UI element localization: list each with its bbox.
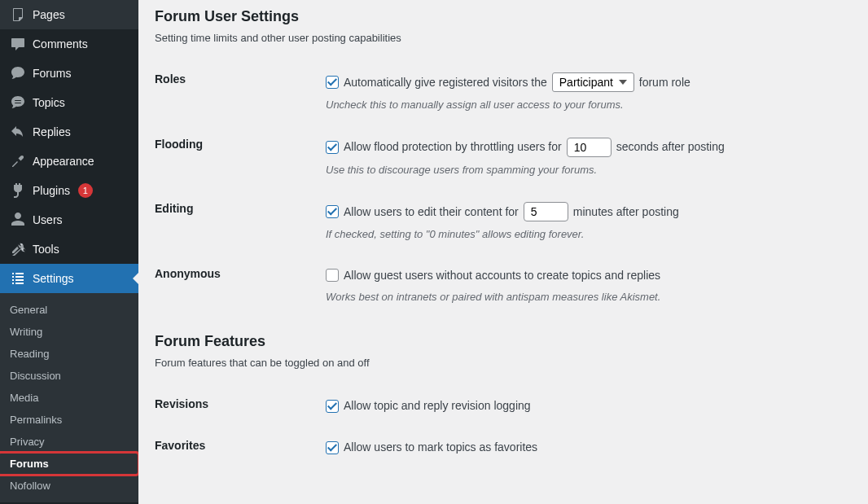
menu-label: Users <box>33 213 63 226</box>
roles-checkbox[interactable] <box>326 76 339 89</box>
settings-submenu: GeneralWritingReadingDiscussionMediaPerm… <box>0 293 138 502</box>
menu-label: Comments <box>33 37 88 50</box>
settings-icon <box>10 270 26 287</box>
editing-label: Editing <box>155 190 318 255</box>
appearance-icon <box>10 153 26 169</box>
revisions-row: Revisions Allow topic and reply revision… <box>155 385 852 427</box>
favorites-checkbox[interactable] <box>326 441 339 454</box>
flooding-row: Flooding Allow flood protection by throt… <box>155 125 852 191</box>
section-description: Setting time limits and other user posti… <box>155 32 852 44</box>
features-section: Forum Features Forum features that can b… <box>155 333 852 468</box>
menu-label: Settings <box>33 272 74 285</box>
replies-icon <box>10 124 26 140</box>
editing-input[interactable] <box>524 202 568 221</box>
anonymous-row: Anonymous Allow guest users without acco… <box>155 255 852 318</box>
plugins-icon <box>10 182 26 199</box>
roles-text-post: forum role <box>639 74 690 91</box>
editing-text-post: minutes after posting <box>573 204 679 221</box>
anonymous-text: Allow guest users without accounts to cr… <box>344 267 660 284</box>
roles-description: Uncheck this to manually assign all user… <box>326 97 844 113</box>
tools-icon <box>10 241 26 257</box>
menu-item-topics[interactable]: Topics <box>0 88 138 117</box>
roles-text-pre: Automatically give registered visitors t… <box>344 74 547 91</box>
roles-row: Roles Automatically give registered visi… <box>155 60 852 125</box>
revisions-checkbox[interactable] <box>326 400 339 413</box>
submenu-item-nofollow[interactable]: Nofollow <box>0 475 138 497</box>
editing-checkbox[interactable] <box>326 205 339 218</box>
users-icon <box>10 212 26 228</box>
revisions-text: Allow topic and reply revision logging <box>344 397 531 414</box>
topics-icon <box>10 94 26 111</box>
flooding-checkbox[interactable] <box>326 141 339 154</box>
user-settings-table: Roles Automatically give registered visi… <box>155 60 852 317</box>
flooding-input[interactable] <box>567 138 612 157</box>
submenu-item-permalinks[interactable]: Permalinks <box>0 409 138 431</box>
menu-item-plugins[interactable]: Plugins1 <box>0 176 138 205</box>
menu-label: Forums <box>33 67 71 80</box>
menu-item-settings[interactable]: Settings <box>0 264 138 293</box>
roles-select[interactable]: Participant <box>552 72 634 92</box>
favorites-row: Favorites Allow users to mark topics as … <box>155 427 852 468</box>
submenu-item-forums[interactable]: Forums <box>0 453 138 475</box>
favorites-label: Favorites <box>155 427 318 468</box>
menu-label: Tools <box>33 243 59 256</box>
editing-row: Editing Allow users to edit their conten… <box>155 190 852 255</box>
submenu-item-writing[interactable]: Writing <box>0 321 138 343</box>
flooding-text-pre: Allow flood protection by throttling use… <box>344 138 562 156</box>
favorites-text: Allow users to mark topics as favorites <box>344 439 537 456</box>
menu-label: Appearance <box>33 155 94 168</box>
flooding-label: Flooding <box>155 125 318 191</box>
user-settings-section: Forum User Settings Setting time limits … <box>155 8 852 317</box>
menu-item-users[interactable]: Users <box>0 205 138 234</box>
anonymous-checkbox[interactable] <box>326 269 339 282</box>
flooding-text-post: seconds after posting <box>616 138 725 156</box>
section-title: Forum User Settings <box>155 8 852 25</box>
menu-item-comments[interactable]: Comments <box>0 29 138 59</box>
update-badge: 1 <box>78 183 93 198</box>
menu-item-replies[interactable]: Replies <box>0 117 138 147</box>
features-table: Revisions Allow topic and reply revision… <box>155 385 852 468</box>
anonymous-label: Anonymous <box>155 255 318 318</box>
menu-item-pages[interactable]: Pages <box>0 0 138 29</box>
submenu-item-media[interactable]: Media <box>0 387 138 409</box>
menu-item-appearance[interactable]: Appearance <box>0 147 138 176</box>
anonymous-description: Works best on intranets or paired with a… <box>326 289 844 305</box>
revisions-label: Revisions <box>155 385 318 427</box>
menu-label: Plugins <box>33 184 70 197</box>
menu-item-forums[interactable]: Forums <box>0 59 138 88</box>
menu-label: Topics <box>33 96 65 109</box>
pages-icon <box>10 7 26 23</box>
submenu-item-discussion[interactable]: Discussion <box>0 365 138 387</box>
menu-label: Replies <box>33 125 71 138</box>
section-title: Forum Features <box>155 333 852 350</box>
editing-description: If checked, setting to "0 minutes" allow… <box>326 226 844 243</box>
section-description: Forum features that can be toggled on an… <box>155 357 852 369</box>
submenu-item-privacy[interactable]: Privacy <box>0 431 138 453</box>
menu-label: Pages <box>33 8 65 21</box>
flooding-description: Use this to discourage users from spammi… <box>326 162 844 178</box>
editing-text-pre: Allow users to edit their content for <box>344 204 519 221</box>
admin-sidebar: PagesCommentsForumsTopicsRepliesAppearan… <box>0 0 138 504</box>
forums-bbp-icon <box>10 65 26 81</box>
comments-icon <box>10 36 26 52</box>
submenu-item-general[interactable]: General <box>0 299 138 321</box>
roles-label: Roles <box>155 60 318 125</box>
submenu-item-reading[interactable]: Reading <box>0 343 138 365</box>
content-area: Forum User Settings Setting time limits … <box>138 0 868 504</box>
menu-item-tools[interactable]: Tools <box>0 234 138 264</box>
